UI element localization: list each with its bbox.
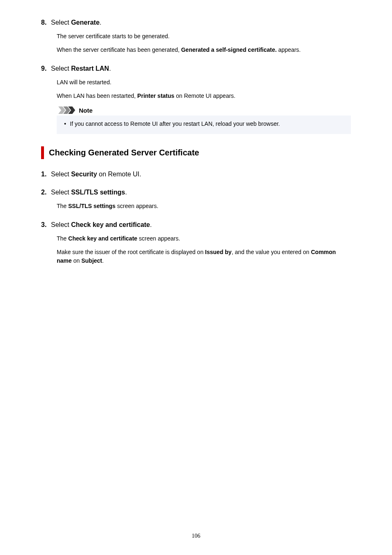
step-text: The Check key and certificate screen app…	[57, 234, 351, 243]
note-header: Note	[57, 105, 351, 116]
step-number: 8.	[41, 19, 51, 26]
step-body: LAN will be restarted. When LAN has been…	[57, 78, 351, 134]
step-title: Select Generate.	[51, 19, 101, 26]
step-heading: 1. Select Security on Remote UI.	[41, 171, 351, 178]
step-text: LAN will be restarted.	[57, 78, 351, 87]
step-text: Make sure the issuer of the root certifi…	[57, 248, 351, 265]
note-box: Note If you cannot access to Remote UI a…	[57, 105, 351, 134]
note-body: If you cannot access to Remote UI after …	[57, 116, 351, 134]
section-heading: Checking Generated Server Certificate	[41, 146, 351, 159]
step-text: When the server certificate has been gen…	[57, 46, 351, 54]
section-accent-bar	[41, 146, 44, 159]
step-text: The server certificate starts to be gene…	[57, 32, 351, 41]
step-2: 2. Select SSL/TLS settings. The SSL/TLS …	[41, 189, 351, 210]
chevron-icon	[58, 106, 76, 114]
step-9: 9. Select Restart LAN. LAN will be resta…	[41, 65, 351, 134]
step-heading: 3. Select Check key and certificate.	[41, 221, 351, 229]
step-1: 1. Select Security on Remote UI.	[41, 171, 351, 178]
page-number: 106	[0, 533, 392, 539]
step-text: When LAN has been restarted, Printer sta…	[57, 92, 351, 100]
section-title: Checking Generated Server Certificate	[49, 146, 199, 159]
step-number: 9.	[41, 65, 51, 72]
step-heading: 9. Select Restart LAN.	[41, 65, 351, 72]
step-body: The Check key and certificate screen app…	[57, 234, 351, 265]
step-heading: 8. Select Generate.	[41, 19, 351, 26]
step-3: 3. Select Check key and certificate. The…	[41, 221, 351, 265]
page-content: 8. Select Generate. The server certifica…	[0, 0, 392, 265]
step-number: 2.	[41, 189, 51, 196]
step-heading: 2. Select SSL/TLS settings.	[41, 189, 351, 196]
step-number: 3.	[41, 221, 51, 229]
step-number: 1.	[41, 171, 51, 178]
step-title: Select Security on Remote UI.	[51, 171, 141, 178]
step-title: Select Check key and certificate.	[51, 221, 152, 229]
step-title: Select SSL/TLS settings.	[51, 189, 127, 196]
note-title: Note	[79, 107, 92, 114]
note-item: If you cannot access to Remote UI after …	[64, 120, 345, 128]
step-body: The server certificate starts to be gene…	[57, 32, 351, 54]
step-8: 8. Select Generate. The server certifica…	[41, 19, 351, 54]
step-body: The SSL/TLS settings screen appears.	[57, 202, 351, 210]
step-title: Select Restart LAN.	[51, 65, 111, 72]
step-text: The SSL/TLS settings screen appears.	[57, 202, 351, 210]
